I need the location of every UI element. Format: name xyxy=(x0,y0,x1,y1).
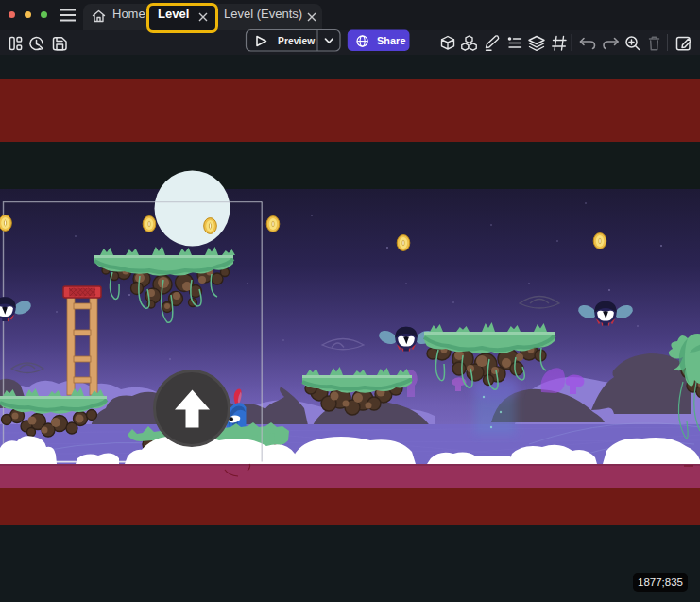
svg-text:Share: Share xyxy=(377,35,406,46)
svg-text:Preview: Preview xyxy=(278,36,315,46)
